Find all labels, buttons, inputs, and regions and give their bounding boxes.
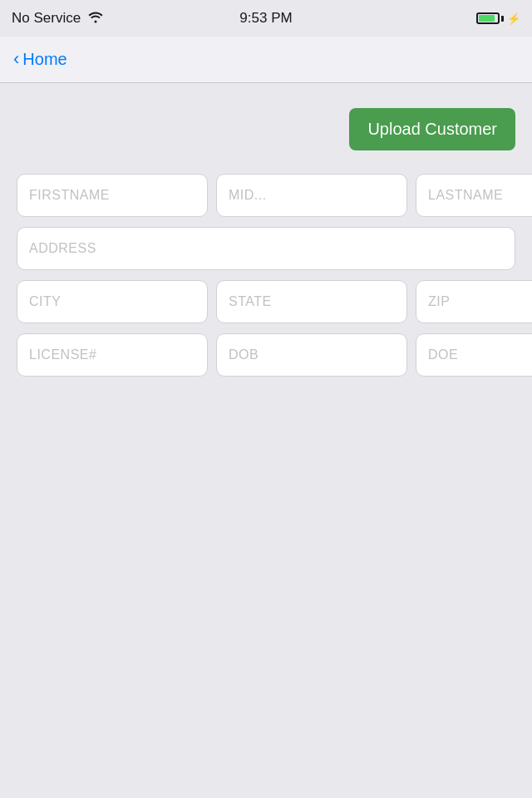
state-input[interactable]: [216, 280, 407, 323]
doe-input[interactable]: [416, 333, 532, 377]
status-time: 9:53 PM: [239, 10, 292, 27]
status-bar: No Service 9:53 PM ⚡: [0, 0, 532, 37]
status-left: No Service: [12, 10, 104, 27]
main-content: Upload Customer: [0, 83, 532, 403]
license-input[interactable]: [17, 333, 208, 377]
address-input[interactable]: [17, 227, 515, 270]
battery-tip: [501, 16, 504, 22]
no-service-text: No Service: [12, 10, 81, 27]
city-state-zip-row: [17, 280, 515, 323]
zip-input[interactable]: [416, 280, 532, 323]
charging-bolt-icon: ⚡: [507, 12, 520, 25]
battery-body: [476, 12, 500, 24]
battery-fill: [479, 15, 495, 22]
lastname-input[interactable]: [416, 174, 532, 217]
battery-icon: [476, 12, 504, 24]
name-row: [17, 174, 515, 217]
upload-customer-button[interactable]: Upload Customer: [349, 108, 515, 150]
firstname-input[interactable]: [17, 174, 208, 217]
middle-input[interactable]: [216, 174, 407, 217]
address-row: [17, 227, 515, 270]
status-right: ⚡: [476, 12, 520, 25]
wifi-icon: [87, 10, 104, 27]
city-input[interactable]: [17, 280, 208, 323]
upload-row: Upload Customer: [17, 108, 515, 150]
license-dob-doe-row: [17, 333, 515, 377]
back-chevron-icon: ‹: [13, 50, 19, 68]
nav-bar: ‹ Home: [0, 37, 532, 83]
back-button[interactable]: ‹ Home: [13, 50, 67, 69]
back-label: Home: [22, 50, 66, 69]
dob-input[interactable]: [216, 333, 407, 377]
